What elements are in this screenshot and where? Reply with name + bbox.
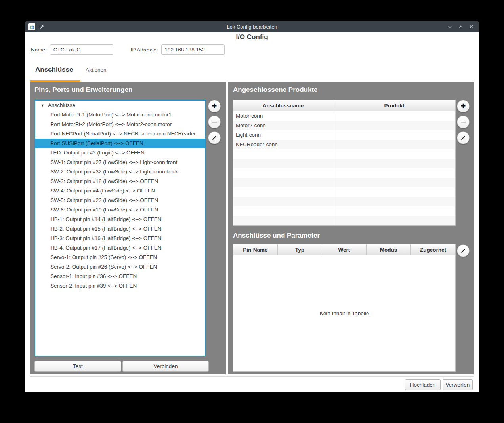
- dialog-window: cb Lok Config bearbeiten: [25, 21, 479, 392]
- params-col-modus: Modus: [367, 244, 411, 255]
- params-col-typ: Typ: [278, 244, 322, 255]
- tree-item[interactable]: Sensor-2: Input pin #39 <--> OFFEN: [35, 281, 205, 291]
- tree-item[interactable]: Port MotorPt-2 (MotorPort) <--> Motor2-c…: [35, 120, 205, 129]
- cell-produkt: [333, 130, 455, 140]
- cell-produkt: [333, 121, 455, 130]
- cell-anschlussname: [233, 216, 333, 225]
- tree-item[interactable]: HB-4: Output pin #17 (HalfBridge) <--> O…: [35, 243, 205, 253]
- products-table-header: Anschlussname Produkt: [233, 100, 455, 111]
- window-title: Lok Config bearbeiten: [25, 24, 479, 30]
- cell-anschlussname: Light-conn: [233, 130, 333, 140]
- app-logo-icon: cb: [28, 23, 35, 30]
- edit-product-button[interactable]: [457, 131, 470, 144]
- pins-panel-title: Pins, Ports und Erweiterungen: [34, 86, 132, 94]
- page-title: I/O Config: [25, 33, 479, 41]
- connect-button[interactable]: Verbinden: [122, 361, 209, 372]
- edit-param-button[interactable]: [457, 244, 470, 257]
- app-logo-letter-b: b: [32, 25, 34, 29]
- tree-item[interactable]: SW-5: Output pin #23 (LowSide) <--> OFFE…: [35, 196, 205, 205]
- cell-produkt: [333, 111, 455, 121]
- tree-item[interactable]: Port MotorPt-1 (MotorPort) <--> Motor-co…: [35, 110, 205, 120]
- table-row-empty: [233, 159, 455, 168]
- edit-pin-button[interactable]: [208, 131, 221, 144]
- params-col-zugeornet: Zugeornet: [411, 244, 455, 255]
- empty-table-message: Kein Inhalt in Tabelle: [320, 311, 369, 316]
- cell-anschlussname: [233, 168, 333, 178]
- params-col-wert: Wert: [322, 244, 367, 255]
- footer-divider: [30, 376, 474, 377]
- cell-anschlussname: [233, 178, 333, 187]
- table-row-empty: [233, 168, 455, 178]
- titlebar: cb Lok Config bearbeiten: [25, 21, 479, 32]
- name-input[interactable]: [50, 44, 113, 55]
- products-col-anschlussname: Anschlussname: [233, 100, 333, 111]
- params-panel-title: Anschlüsse und Parameter: [233, 232, 320, 240]
- tree-item[interactable]: Servo-1: Output pin #25 (Servo) <--> OFF…: [35, 253, 205, 262]
- table-row[interactable]: NFCReader-conn: [233, 140, 455, 149]
- products-table[interactable]: Anschlussname Produkt Motor-connMotor2-c…: [233, 100, 456, 226]
- expand-triangle-icon[interactable]: ▼: [41, 101, 44, 110]
- maximize-button[interactable]: [457, 23, 464, 30]
- products-panel-title: Angeschlossene Produkte: [233, 86, 318, 94]
- discard-button[interactable]: Verwerfen: [443, 379, 473, 390]
- table-row[interactable]: Light-conn: [233, 130, 455, 140]
- cell-produkt: [333, 168, 455, 178]
- pins-panel: Pins, Ports und Erweiterungen ▼Anschlüss…: [30, 82, 226, 374]
- pins-tree[interactable]: ▼AnschlüssePort MotorPt-1 (MotorPort) <-…: [34, 100, 206, 356]
- minimize-button[interactable]: [446, 23, 453, 30]
- tree-item[interactable]: LED: Output pin #2 (Logic) <--> OFFEN: [35, 148, 205, 158]
- tree-item[interactable]: Servo-2: Output pin #26 (Servo) <--> OFF…: [35, 262, 205, 272]
- cell-produkt: [333, 140, 455, 149]
- close-button[interactable]: [468, 23, 475, 30]
- tree-item[interactable]: SW-2: Output pin #32 (LowSide) <--> Ligh…: [35, 167, 205, 177]
- table-row[interactable]: Motor-conn: [233, 111, 455, 121]
- add-product-button[interactable]: +: [457, 100, 470, 112]
- table-row-empty: [233, 206, 455, 216]
- tree-item[interactable]: HB-2: Output pin #15 (HalfBridge) <--> O…: [35, 224, 205, 234]
- tree-item[interactable]: HB-3: Output pin #16 (HalfBridge) <--> O…: [35, 234, 205, 243]
- tab-anschluesse[interactable]: Anschlüsse: [35, 66, 73, 74]
- name-label: Name:: [31, 47, 47, 53]
- ip-input[interactable]: [161, 44, 225, 55]
- cell-produkt: [333, 159, 455, 168]
- products-panel: Angeschlossene Produkte Anschlussname Pr…: [228, 82, 474, 374]
- pin-icon[interactable]: [39, 24, 44, 30]
- cell-produkt: [333, 178, 455, 187]
- cell-anschlussname: [233, 187, 333, 197]
- tree-root-item[interactable]: ▼Anschlüsse: [35, 101, 205, 110]
- tree-item[interactable]: HB-1: Output pin #14 (HalfBridge) <--> O…: [35, 215, 205, 224]
- ip-label: IP Adresse:: [131, 47, 158, 53]
- params-table-body: Kein Inhalt in Tabelle: [233, 255, 455, 371]
- tree-item[interactable]: Sensor-1: Input pin #36 <--> OFFEN: [35, 272, 205, 281]
- table-row[interactable]: Motor2-conn: [233, 121, 455, 130]
- cell-anschlussname: [233, 206, 333, 216]
- table-row-empty: [233, 187, 455, 197]
- cell-anschlussname: NFCReader-conn: [233, 140, 333, 149]
- remove-product-button[interactable]: [457, 116, 470, 128]
- cell-produkt: [333, 216, 455, 225]
- table-row-empty: [233, 149, 455, 159]
- upload-button[interactable]: Hochladen: [405, 379, 441, 390]
- cell-anschlussname: [233, 159, 333, 168]
- tab-aktionen[interactable]: Aktionen: [86, 67, 107, 73]
- params-col-pin-name: Pin-Name: [233, 244, 278, 255]
- products-col-produkt: Produkt: [333, 100, 455, 111]
- tree-item[interactable]: Port NFCPort (SerialPort) <--> NFCReader…: [35, 129, 205, 139]
- table-row-empty: [233, 197, 455, 206]
- tree-item[interactable]: Port SUSIPort (SerialPort) <--> OFFEN: [35, 139, 205, 148]
- params-table-header: Pin-NameTypWertModusZugeornet: [233, 244, 455, 255]
- cell-produkt: [333, 149, 455, 159]
- tree-item[interactable]: SW-6: Output pin #19 (LowSide) <--> OFFE…: [35, 205, 205, 215]
- test-button[interactable]: Test: [34, 361, 121, 372]
- cell-anschlussname: [233, 149, 333, 159]
- cell-produkt: [333, 187, 455, 197]
- tree-item[interactable]: SW-3: Output pin #18 (LowSide) <--> OFFE…: [35, 177, 205, 186]
- add-pin-button[interactable]: +: [208, 100, 221, 112]
- cell-produkt: [333, 197, 455, 206]
- cell-anschlussname: [233, 197, 333, 206]
- tree-item[interactable]: SW-1: Output pin #27 (LowSide) <--> Ligh…: [35, 158, 205, 167]
- params-table[interactable]: Pin-NameTypWertModusZugeornet Kein Inhal…: [233, 244, 456, 372]
- tree-item[interactable]: SW-4: Output pin #4 (LowSide) <--> OFFEN: [35, 186, 205, 196]
- cell-produkt: [333, 206, 455, 216]
- remove-pin-button[interactable]: [208, 116, 221, 128]
